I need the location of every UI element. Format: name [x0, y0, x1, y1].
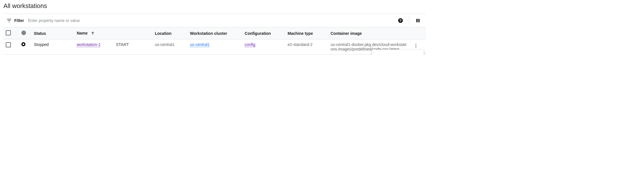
- sort-ascending-icon: [90, 31, 95, 36]
- svg-text:?: ?: [399, 19, 401, 22]
- select-all-checkbox[interactable]: [6, 30, 11, 35]
- svg-point-4: [416, 47, 416, 48]
- filter-toolbar: Filter ?: [3, 14, 426, 27]
- header-status[interactable]: Status: [31, 27, 74, 39]
- header-config[interactable]: Configuration: [242, 27, 285, 39]
- cell-status: Stopped: [31, 39, 74, 55]
- header-cluster[interactable]: Workstation cluster: [188, 27, 242, 39]
- workstation-name-link[interactable]: workstation-1: [77, 42, 100, 47]
- workstations-table: Status Name Location Workstation cluster…: [3, 27, 426, 55]
- help-icon[interactable]: ?: [395, 15, 406, 26]
- status-indicator-header: [21, 31, 26, 35]
- cell-machine-type: e2-standard-2: [285, 39, 328, 55]
- header-name[interactable]: Name: [75, 27, 114, 39]
- page-title: All workstations: [3, 0, 426, 14]
- table-row: Stopped workstation-1 START us-central1 …: [3, 39, 426, 55]
- start-button[interactable]: START: [116, 42, 129, 47]
- svg-point-3: [416, 45, 416, 46]
- row-actions-dropdown: Edit Delete Start: [372, 50, 424, 55]
- filter-input[interactable]: [27, 18, 395, 23]
- header-container-image[interactable]: Container image: [328, 27, 410, 39]
- filter-label: Filter: [14, 18, 24, 23]
- svg-point-2: [416, 44, 416, 45]
- row-actions-menu-button[interactable]: [412, 42, 419, 49]
- config-link[interactable]: config: [245, 42, 255, 47]
- column-display-icon[interactable]: [412, 15, 424, 26]
- header-machine-type[interactable]: Machine type: [285, 27, 328, 39]
- menu-edit[interactable]: Edit: [372, 52, 424, 55]
- toolbar-divider: [409, 17, 409, 25]
- cluster-link[interactable]: us-central1: [190, 42, 210, 47]
- status-stopped-icon: [21, 42, 25, 46]
- row-checkbox[interactable]: [6, 42, 11, 47]
- header-location[interactable]: Location: [152, 27, 188, 39]
- table-header-row: Status Name Location Workstation cluster…: [3, 27, 426, 39]
- header-name-label: Name: [77, 31, 88, 35]
- filter-icon: [6, 17, 13, 24]
- cell-location: us-central1: [152, 39, 188, 55]
